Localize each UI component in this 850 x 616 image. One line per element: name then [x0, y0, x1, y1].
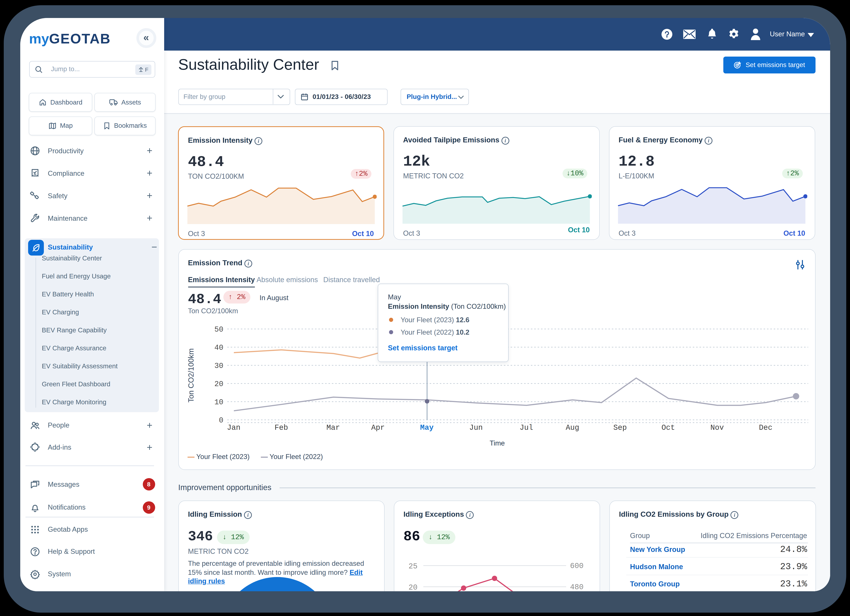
- svg-text:20: 20: [214, 380, 223, 388]
- svg-text:20: 20: [409, 583, 418, 591]
- svg-text:25: 25: [409, 562, 418, 571]
- svg-text:600: 600: [570, 562, 583, 570]
- svg-text:10: 10: [214, 398, 223, 407]
- svg-text:480: 480: [570, 583, 583, 591]
- svg-text:40: 40: [214, 344, 223, 352]
- svg-text:0: 0: [219, 416, 223, 425]
- svg-text:50: 50: [214, 325, 223, 334]
- svg-text:30: 30: [214, 362, 223, 370]
